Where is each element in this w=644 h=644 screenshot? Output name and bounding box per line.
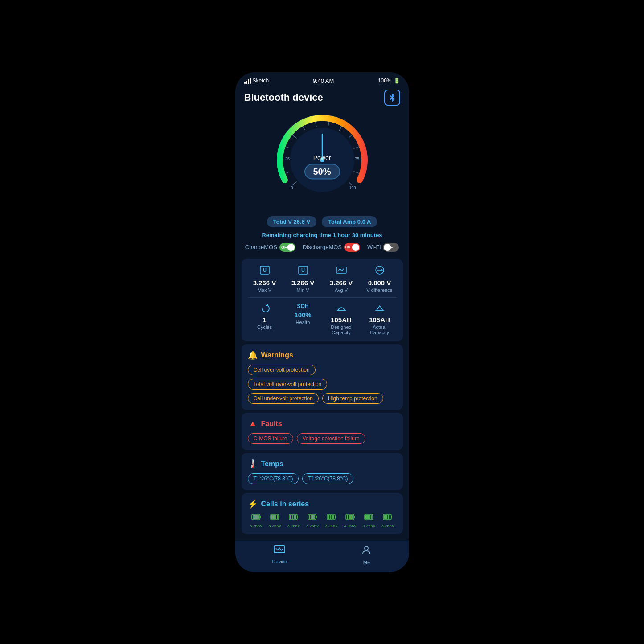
svg-rect-71 (369, 515, 370, 519)
min-v-cell: U 3.266 V Min V (286, 265, 320, 293)
data-card: U 3.266 V Max V U 3.266 V Min V (242, 259, 403, 341)
cell-5: 3.266V (342, 513, 359, 528)
designed-cap-label: Designed Capacity (324, 324, 358, 335)
cell-4: 3.266V (323, 513, 340, 528)
gauge-container: 50 25 75 0 100 Power 50% (235, 111, 409, 213)
svg-line-5 (292, 135, 296, 138)
carrier-name: Sketch (253, 78, 269, 84)
svg-rect-41 (275, 515, 276, 519)
v-diff-cell: 0.000 V V difference (363, 265, 397, 293)
svg-line-4 (285, 146, 289, 148)
svg-rect-49 (297, 516, 298, 518)
max-v-label: Max V (258, 287, 271, 293)
svg-rect-36 (258, 515, 259, 519)
temps-title: Temps (261, 460, 283, 468)
cell-2-icon (289, 513, 299, 523)
svg-rect-59 (332, 515, 333, 519)
svg-line-9 (339, 126, 342, 131)
svg-rect-70 (367, 515, 369, 519)
warning-tag-3: High temp protection (322, 393, 383, 404)
actual-cap-label: Actual Capacity (363, 324, 397, 335)
avg-v-value: 3.266 V (330, 279, 353, 287)
svg-line-11 (353, 146, 359, 148)
soh-icon: SOH (297, 302, 308, 309)
svg-line-2 (285, 172, 289, 173)
cell-7-value: 3.266V (381, 524, 394, 528)
charge-mos-group: ChargeMOS OFF (245, 243, 295, 252)
cell-1-icon (270, 513, 280, 523)
cell-0-icon (251, 513, 261, 523)
charging-time: Remaining charging time 1 hour 30 minute… (235, 230, 409, 240)
device-nav-icon (274, 545, 285, 557)
bluetooth-button[interactable] (384, 90, 400, 106)
warnings-title: Warnings (261, 351, 293, 359)
svg-rect-52 (311, 515, 312, 519)
cell-4-value: 3.266V (325, 524, 338, 528)
toggles-row: ChargeMOS OFF DischargeMOS ON Wi-Fi OFF (235, 240, 409, 256)
nav-me[interactable]: Me (361, 545, 372, 565)
cell-2: 3.266V (285, 513, 302, 528)
gauge-percent: 50% (304, 164, 340, 179)
svg-text:0: 0 (291, 185, 293, 190)
total-v-stat: Total V 26.6 V (267, 216, 317, 227)
svg-point-82 (365, 546, 368, 550)
svg-rect-80 (274, 546, 285, 553)
warnings-tags: Cell over-volt protection Total volt ove… (248, 365, 397, 404)
status-time: 9:40 AM (313, 78, 334, 84)
gauge-wrapper: 50 25 75 0 100 Power 50% (273, 111, 371, 209)
cell-5-value: 3.266V (344, 524, 357, 528)
designed-cap-value: 105AH (331, 316, 352, 324)
svg-rect-51 (309, 515, 310, 519)
cell-0-value: 3.266V (250, 524, 263, 528)
svg-rect-63 (347, 515, 348, 519)
v-diff-icon (374, 265, 385, 277)
charge-mos-toggle[interactable]: OFF (279, 243, 295, 252)
page-title: Bluetooth device (244, 92, 323, 103)
svg-rect-60 (333, 515, 334, 519)
svg-rect-48 (295, 515, 296, 519)
temps-card: 🌡️ Temps T1:26°C(78.8°C) T1:26°C(78.8°C) (242, 453, 403, 490)
faults-icon: 🔺 (248, 419, 258, 429)
max-v-cell: U 3.266 V Max V (248, 265, 282, 293)
warnings-header: 🔔 Warnings (248, 350, 397, 360)
cell-3-icon (308, 513, 317, 523)
data-grid-bottom: 1 Cycles SOH 100% Health 105AH (248, 302, 397, 335)
status-left: Sketch (244, 78, 269, 84)
svg-rect-72 (371, 515, 372, 519)
svg-line-7 (315, 121, 316, 127)
signal-icon (244, 78, 251, 84)
wifi-toggle[interactable]: OFF (383, 243, 399, 252)
cell-1: 3.266V (267, 513, 283, 528)
designed-cap-icon (336, 302, 347, 314)
discharge-mos-toggle[interactable]: ON (344, 243, 360, 252)
cells-icon: ⚡ (248, 499, 258, 509)
svg-rect-54 (314, 515, 315, 519)
temp-tag-0: T1:26°C(78.8°C) (248, 473, 299, 484)
warnings-icon: 🔔 (248, 350, 258, 360)
svg-rect-77 (388, 515, 389, 519)
soh-value: 100% (294, 311, 311, 319)
cell-7-icon (383, 513, 393, 523)
cells-header: ⚡ Cells in series (248, 499, 397, 509)
svg-rect-55 (316, 516, 317, 518)
status-bar: Sketch 9:40 AM 100% 🔋 (235, 72, 409, 86)
svg-rect-40 (273, 515, 275, 519)
content-scroll: 50 25 75 0 100 Power 50% (235, 111, 409, 541)
charge-mos-knob (287, 244, 295, 251)
charging-time-label: Remaining charging time (262, 232, 331, 238)
cells-title: Cells in series (261, 500, 309, 508)
min-v-value: 3.266 V (291, 279, 315, 287)
total-v-value: 26.6 V (294, 218, 311, 225)
discharge-mos-state: ON (345, 245, 350, 249)
svg-rect-67 (354, 516, 355, 518)
svg-line-14 (349, 182, 352, 185)
svg-rect-75 (384, 515, 386, 519)
svg-rect-35 (256, 515, 258, 519)
soh-cell: SOH 100% Health (286, 302, 320, 335)
svg-rect-57 (328, 515, 329, 519)
cell-1-value: 3.266V (269, 524, 282, 528)
svg-rect-79 (391, 516, 392, 518)
wifi-knob (384, 244, 391, 251)
nav-device[interactable]: Device (272, 545, 287, 565)
svg-rect-33 (253, 515, 254, 519)
